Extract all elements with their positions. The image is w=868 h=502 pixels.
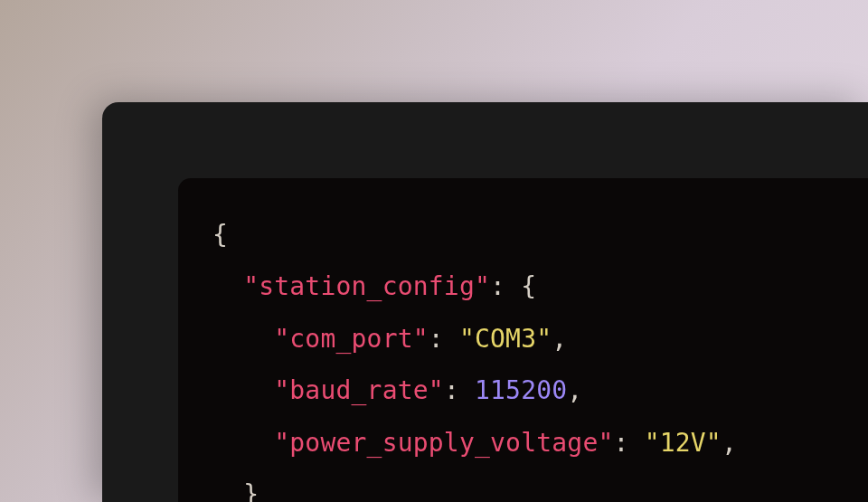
punct: : [614,428,629,458]
desktop-background: { "station_config": { "com_port": "COM3"… [0,0,868,502]
punct [629,428,645,458]
punct: : [429,324,444,354]
editor-window: { "station_config": { "com_port": "COM3"… [102,102,868,502]
brace-close-partial: } [243,479,259,502]
key-station-config: "station_config" [243,271,490,301]
code-content[interactable]: { "station_config": { "com_port": "COM3"… [212,209,868,502]
code-editor-panel[interactable]: { "station_config": { "com_port": "COM3"… [178,178,868,502]
value-com-port: "COM3" [459,324,552,354]
key-power-supply-voltage: "power_supply_voltage" [274,428,613,458]
punct: : [490,271,505,301]
key-com-port: "com_port" [274,324,429,354]
key-baud-rate: "baud_rate" [274,375,444,405]
punct [505,271,521,301]
brace-open: { [521,271,536,301]
punct [444,324,459,354]
punct: , [722,428,737,458]
brace-open: { [212,220,228,250]
value-power-supply-voltage: "12V" [645,428,722,458]
punct: : [444,375,459,405]
value-baud-rate: 115200 [475,375,567,405]
punct: , [552,324,567,354]
punct [459,375,475,405]
punct: , [567,375,582,405]
